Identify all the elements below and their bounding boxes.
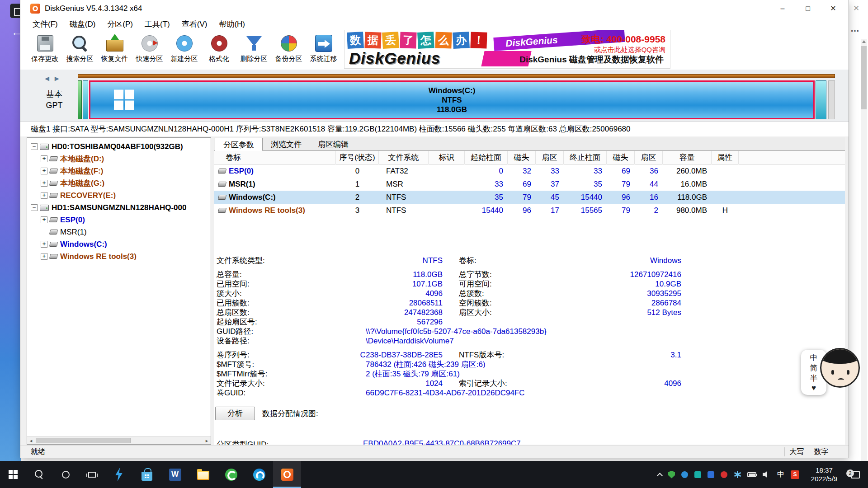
col-start-cylinder[interactable]: 起始柱面 xyxy=(465,151,508,164)
blue-square-icon[interactable] xyxy=(708,471,714,478)
tree-item-local-f[interactable]: 本地磁盘(F:) xyxy=(27,165,211,177)
re-tools-partition-bar[interactable] xyxy=(816,80,826,119)
scrollbar-thumb[interactable] xyxy=(861,46,867,109)
scroll-left-icon[interactable]: ◂ xyxy=(27,437,35,444)
scroll-right-icon[interactable]: ▸ xyxy=(203,437,211,444)
col-index-status[interactable]: 序号(状态) xyxy=(336,151,379,164)
col-filesystem[interactable]: 文件系统 xyxy=(379,151,429,164)
col-attribute[interactable]: 属性 xyxy=(712,151,739,164)
col-sector2[interactable]: 扇区 xyxy=(635,151,663,164)
tree-item-windows-re[interactable]: Windows RE tools(3) xyxy=(27,250,211,263)
table-row-windows-c[interactable]: Windows(C:) 2 NTFS 35 79 45 15440 96 16 … xyxy=(214,191,845,204)
blue-app-icon[interactable] xyxy=(681,471,688,478)
expand-icon[interactable] xyxy=(41,192,47,199)
table-row-msr[interactable]: MSR(1) 1 MSR 33 69 37 35 79 44 16.0MB xyxy=(214,178,845,191)
tab-browse-files[interactable]: 浏览文件 xyxy=(263,138,310,150)
col-flag[interactable]: 标识 xyxy=(429,151,465,164)
taskbar-app-lightning[interactable] xyxy=(105,461,133,488)
search-partition-button[interactable]: 搜索分区 xyxy=(62,32,97,69)
backup-partition-button[interactable]: 备份分区 xyxy=(271,32,306,69)
save-changes-button[interactable]: 保存更改 xyxy=(28,32,62,69)
close-button[interactable]: ✕ xyxy=(821,0,846,17)
clock[interactable]: 18:37 2022/5/9 xyxy=(806,466,843,483)
table-row-windows-re[interactable]: Windows RE tools(3) 3 NTFS 15440 96 17 1… xyxy=(214,204,845,217)
col-end-cylinder[interactable]: 终止柱面 xyxy=(564,151,607,164)
background-close-icon[interactable]: ✕ xyxy=(853,4,859,13)
menu-file[interactable]: 文件(F) xyxy=(27,18,64,31)
taskbar-app-green[interactable] xyxy=(217,461,245,488)
shield-icon[interactable] xyxy=(668,471,675,479)
cortana-button[interactable] xyxy=(52,461,79,488)
tree-item-hd0[interactable]: HD0:TOSHIBAMQ04ABF100(932GB) xyxy=(27,141,211,153)
speaker-icon[interactable] xyxy=(763,470,771,479)
delete-partition-button[interactable]: 删除分区 xyxy=(236,32,271,69)
tree-item-esp[interactable]: ESP(0) xyxy=(27,214,211,226)
tree-horizontal-scrollbar[interactable]: ◂ ▸ xyxy=(27,436,211,444)
col-head[interactable]: 磁头 xyxy=(508,151,536,164)
menu-tools[interactable]: 工具(T) xyxy=(139,18,176,31)
taskbar-app-word[interactable] xyxy=(161,461,189,488)
msr-partition-bar[interactable] xyxy=(83,80,88,119)
task-view-button[interactable] xyxy=(79,461,105,488)
tree-item-windows-c[interactable]: Windows(C:) xyxy=(27,238,211,250)
ad-qq-link[interactable]: 或点击此处选择QQ咨询 xyxy=(594,46,665,54)
analyze-button[interactable]: 分析 xyxy=(215,407,255,420)
table-row-esp[interactable]: ESP(0) 0 FAT32 0 32 33 33 69 36 260.0MB xyxy=(214,164,845,178)
notification-center-icon[interactable]: 2 xyxy=(851,471,860,479)
partition-nav[interactable]: ◀ ▶ xyxy=(45,75,61,82)
recover-files-button[interactable]: 恢复文件 xyxy=(97,32,132,69)
col-capacity[interactable]: 容量 xyxy=(663,151,712,164)
teal-app-icon[interactable] xyxy=(694,471,701,478)
tree-item-hd1[interactable]: HD1:SAMSUNGMZNLN128HAHQ-000 xyxy=(27,202,211,214)
tree-item-recovery-e[interactable]: RECOVERY(E:) xyxy=(27,189,211,202)
tab-partition-params[interactable]: 分区参数 xyxy=(215,138,263,151)
ime-simplified-toggle[interactable]: 简 xyxy=(810,363,818,373)
collapse-icon[interactable] xyxy=(31,143,38,150)
ime-halfwidth-toggle[interactable]: 半 xyxy=(810,373,818,384)
menu-disk[interactable]: 磁盘(D) xyxy=(64,18,102,31)
expand-icon[interactable] xyxy=(41,253,47,260)
taskbar-app-edge[interactable] xyxy=(245,461,273,488)
more-options-icon[interactable]: … xyxy=(850,23,859,34)
system-migration-button[interactable]: 系统迁移 xyxy=(306,32,341,69)
expand-icon[interactable] xyxy=(41,155,47,162)
scrollbar-thumb[interactable] xyxy=(36,438,131,443)
expand-icon[interactable] xyxy=(41,216,47,223)
esp-partition-bar[interactable] xyxy=(78,80,82,119)
new-partition-button[interactable]: 新建分区 xyxy=(167,32,202,69)
tab-sector-edit[interactable]: 扇区编辑 xyxy=(310,138,357,150)
menu-help[interactable]: 帮助(H) xyxy=(213,18,251,31)
menu-view[interactable]: 查看(V) xyxy=(176,18,213,31)
taskbar-app-diskgenius[interactable] xyxy=(273,461,301,488)
expand-icon[interactable] xyxy=(41,180,47,187)
minimize-button[interactable]: – xyxy=(770,0,795,17)
expand-icon[interactable] xyxy=(41,241,47,248)
windows-c-partition-bar[interactable]: Windows(C:) NTFS 118.0GB xyxy=(89,80,815,119)
ime-indicator[interactable]: 中 xyxy=(777,470,784,479)
sogou-icon[interactable] xyxy=(791,470,799,479)
scroll-up-icon[interactable] xyxy=(862,40,866,43)
snowflake-icon[interactable] xyxy=(734,471,741,478)
nav-left-icon[interactable]: ◀ xyxy=(45,75,51,82)
hidden-icons-chevron-icon[interactable] xyxy=(657,473,663,479)
tree-item-msr[interactable]: MSR(1) xyxy=(27,226,211,238)
col-sector[interactable]: 扇区 xyxy=(536,151,564,164)
collapse-icon[interactable] xyxy=(31,204,38,211)
quick-partition-button[interactable]: 快速分区 xyxy=(132,32,167,69)
col-head2[interactable]: 磁头 xyxy=(607,151,635,164)
ad-banner[interactable]: 数 据 丢 了 怎 么 办 ！ DiskGenius 致电: 400-008-9… xyxy=(344,30,670,69)
tree-item-local-g[interactable]: 本地磁盘(G:) xyxy=(27,177,211,189)
ime-lang-toggle[interactable]: 中 xyxy=(810,352,818,363)
format-button[interactable]: 格式化 xyxy=(202,32,236,69)
nav-right-icon[interactable]: ▶ xyxy=(55,75,61,82)
red-app-icon[interactable] xyxy=(721,471,727,478)
taskbar-app-explorer[interactable] xyxy=(189,461,217,488)
taskbar-app-store[interactable] xyxy=(133,461,161,488)
menu-partition[interactable]: 分区(P) xyxy=(101,18,139,31)
partition-bar-scrollbar[interactable] xyxy=(828,80,835,119)
background-scrollbar[interactable] xyxy=(861,39,867,461)
col-volume-label[interactable]: 卷标 xyxy=(214,151,336,164)
battery-icon[interactable] xyxy=(747,472,756,477)
taskbar-search-button[interactable] xyxy=(26,461,52,488)
expand-icon[interactable] xyxy=(41,168,47,174)
